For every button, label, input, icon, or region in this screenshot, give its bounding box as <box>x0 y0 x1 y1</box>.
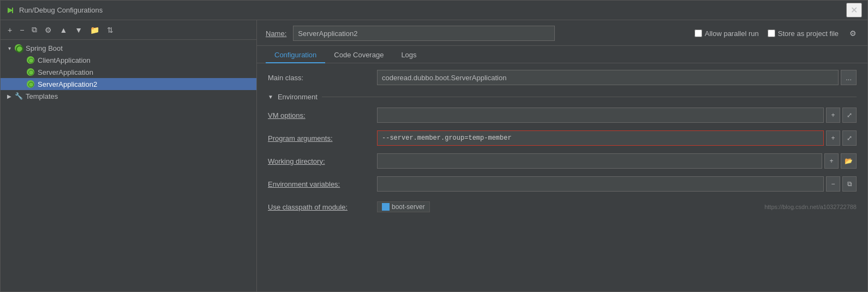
vm-options-plus-button[interactable]: + <box>826 108 840 123</box>
sidebar-item-templates[interactable]: ▶ 🔧 Templates <box>1 90 256 102</box>
title-bar: Run/Debug Configurations ✕ <box>1 1 867 20</box>
sidebar-item-client-app[interactable]: ClientApplication <box>1 54 256 66</box>
spring-boot-icon <box>14 44 23 52</box>
dialog-icon <box>6 6 15 15</box>
spring-boot-label: Spring Boot <box>26 44 63 52</box>
main-content: + − ⧉ ⚙ ▲ ▼ 📁 ⇅ ▾ Spring Boot <box>1 20 867 291</box>
tab-configuration[interactable]: Configuration <box>266 46 325 63</box>
program-args-plus-button[interactable]: + <box>826 130 840 146</box>
sidebar-item-spring-boot[interactable]: ▾ Spring Boot <box>1 42 256 54</box>
program-args-row: Program arguments: + ⤢ <box>268 130 857 146</box>
vm-options-input-wrap: + ⤢ <box>377 108 857 123</box>
working-dir-input-wrap: + 📂 <box>377 153 857 169</box>
config-header: Name: Allow parallel run Store as projec… <box>257 20 867 46</box>
name-input[interactable] <box>293 26 555 41</box>
vm-options-row: VM options: + ⤢ <box>268 108 857 123</box>
section-divider <box>322 97 857 97</box>
environment-section-header: ▼ Environment <box>268 93 857 101</box>
classpath-module-badge: boot-server <box>377 201 430 212</box>
classpath-row: Use classpath of module: boot-server htt… <box>268 199 857 214</box>
program-args-label: Program arguments: <box>268 134 377 142</box>
classpath-bottom-url: https://blog.csdn.net/a1032722788 <box>764 204 857 210</box>
tab-logs[interactable]: Logs <box>392 46 425 63</box>
tab-code-coverage[interactable]: Code Coverage <box>325 46 392 63</box>
main-class-expand-button[interactable]: ... <box>841 70 857 85</box>
settings-config-button[interactable]: ⚙ <box>42 24 55 36</box>
vm-options-expand-button[interactable]: ⤢ <box>842 108 857 123</box>
working-dir-label: Working directory: <box>268 157 377 165</box>
program-args-input-wrap: + ⤢ <box>377 130 857 146</box>
name-label: Name: <box>266 29 286 38</box>
store-project-checkbox[interactable] <box>768 29 775 37</box>
env-vars-minus-button[interactable]: − <box>826 176 840 192</box>
working-dir-folder-button[interactable]: 📂 <box>841 153 857 169</box>
server-app2-label: ServerApplication2 <box>38 80 97 88</box>
sidebar-toolbar: + − ⧉ ⚙ ▲ ▼ 📁 ⇅ <box>1 20 256 40</box>
main-class-input[interactable] <box>377 70 839 85</box>
close-button[interactable]: ✕ <box>846 3 862 17</box>
up-config-button[interactable]: ▲ <box>57 24 70 36</box>
dialog-title: Run/Debug Configurations <box>19 6 846 14</box>
store-project-label: Store as project file <box>778 29 839 38</box>
sidebar-item-server-app2[interactable]: ServerApplication2 <box>1 78 256 90</box>
classpath-label: Use classpath of module: <box>268 203 377 211</box>
folder-config-button[interactable]: 📁 <box>87 24 102 36</box>
program-args-expand-button[interactable]: ⤢ <box>842 130 857 146</box>
expand-arrow-templates: ▶ <box>5 93 14 99</box>
sidebar: + − ⧉ ⚙ ▲ ▼ 📁 ⇅ ▾ Spring Boot <box>1 20 257 291</box>
classpath-module-name: boot-server <box>392 203 425 211</box>
main-class-row: Main class: ... <box>268 70 857 85</box>
allow-parallel-label: Allow parallel run <box>705 29 759 38</box>
allow-parallel-checkbox[interactable] <box>695 29 702 37</box>
copy-config-button[interactable]: ⧉ <box>29 23 40 36</box>
right-panel: Name: Allow parallel run Store as projec… <box>257 20 867 291</box>
templates-label: Templates <box>26 92 58 100</box>
working-dir-plus-button[interactable]: + <box>824 153 839 169</box>
tabs-row: Configuration Code Coverage Logs <box>257 46 867 63</box>
down-config-button[interactable]: ▼ <box>72 24 85 36</box>
sort-config-button[interactable]: ⇅ <box>104 24 116 36</box>
allow-parallel-checkbox-wrap[interactable]: Allow parallel run <box>695 29 759 38</box>
sidebar-item-server-app[interactable]: ServerApplication <box>1 66 256 78</box>
client-app-icon <box>26 56 35 64</box>
env-vars-row: Environment variables: − ⧉ <box>268 176 857 192</box>
server-app-icon <box>26 68 35 76</box>
program-args-input[interactable] <box>377 130 824 146</box>
add-config-button[interactable]: + <box>5 24 15 36</box>
server-app-label: ServerApplication <box>38 68 93 76</box>
store-project-gear-button[interactable]: ⚙ <box>847 28 859 39</box>
svg-rect-1 <box>12 8 13 13</box>
environment-label: Environment <box>278 93 318 101</box>
checkboxes-group: Allow parallel run Store as project file… <box>695 28 859 39</box>
module-icon <box>382 203 390 211</box>
run-debug-dialog: Run/Debug Configurations ✕ + − ⧉ ⚙ ▲ ▼ 📁… <box>0 0 868 292</box>
env-vars-input-wrap: − ⧉ <box>377 176 857 192</box>
store-project-checkbox-wrap[interactable]: Store as project file <box>768 29 839 38</box>
sidebar-tree: ▾ Spring Boot ClientApplication <box>1 40 256 291</box>
vm-options-label: VM options: <box>268 111 377 120</box>
classpath-input-wrap: boot-server https://blog.csdn.net/a10327… <box>377 201 857 212</box>
env-vars-input[interactable] <box>377 176 824 192</box>
environment-expand-arrow[interactable]: ▼ <box>268 94 273 100</box>
working-dir-row: Working directory: + 📂 <box>268 153 857 169</box>
config-body: Main class: ... ▼ Environment VM options… <box>257 63 867 291</box>
env-vars-label: Environment variables: <box>268 180 377 188</box>
server-app2-icon <box>26 80 35 88</box>
working-dir-input[interactable] <box>377 153 822 169</box>
vm-options-input[interactable] <box>377 108 824 123</box>
main-class-input-wrap: ... <box>377 70 857 85</box>
expand-arrow-spring-boot: ▾ <box>5 45 14 51</box>
client-app-label: ClientApplication <box>38 56 91 64</box>
main-class-label: Main class: <box>268 74 377 82</box>
env-vars-copy-button[interactable]: ⧉ <box>842 176 857 192</box>
remove-config-button[interactable]: − <box>17 24 27 36</box>
templates-icon: 🔧 <box>14 92 23 100</box>
